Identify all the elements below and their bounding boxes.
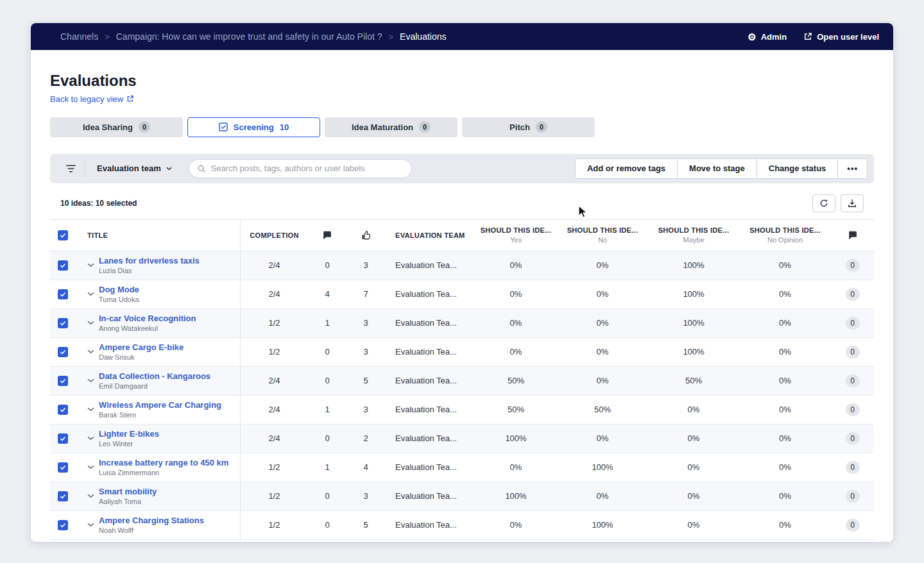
row-checkbox[interactable] <box>58 491 68 501</box>
row-checkbox[interactable] <box>58 260 68 271</box>
refresh-button[interactable] <box>812 194 835 212</box>
idea-title-link[interactable]: Dog Mode <box>99 285 139 294</box>
should-no-cell: 0% <box>557 376 648 385</box>
idea-title-link[interactable]: Ampere Charging Stations <box>99 516 204 525</box>
chevron-down-icon[interactable] <box>87 349 94 354</box>
chevron-down-icon[interactable] <box>87 263 94 267</box>
table-row: Ampere Charging Stations Noah Wolff 1/2 … <box>50 511 874 540</box>
check-icon <box>60 263 66 268</box>
content: Evaluations Back to legacy view Idea Sha… <box>31 72 893 540</box>
column-header-should-no[interactable]: SHOULD THIS IDE... No <box>557 226 648 244</box>
completion-cell: 2/4 <box>241 433 308 443</box>
idea-title-link[interactable]: Increase battery range to 450 km <box>99 458 228 467</box>
should-maybe-cell: 0% <box>648 491 739 501</box>
column-header-completion[interactable]: COMPLETION <box>241 231 308 239</box>
more-actions-button[interactable]: ••• <box>837 158 868 179</box>
table-body: Lanes for driverless taxis Luzia Dias 2/… <box>50 251 874 540</box>
column-header-label: SHOULD THIS IDE... <box>567 226 638 234</box>
idea-title-link[interactable]: Lanes for driverless taxis <box>99 256 200 265</box>
should-no-opinion-cell: 0% <box>739 289 831 299</box>
admin-button[interactable]: ⚙ Admin <box>748 32 787 42</box>
chevron-down-icon[interactable] <box>87 292 94 296</box>
search-input[interactable] <box>211 164 404 173</box>
should-yes-cell: 0% <box>475 462 557 472</box>
breadcrumb-evaluations: Evaluations <box>400 31 446 42</box>
back-to-legacy-link[interactable]: Back to legacy view <box>50 94 134 104</box>
should-no-opinion-cell: 0% <box>739 520 831 530</box>
change-status-button[interactable]: Change status <box>757 158 839 179</box>
should-maybe-cell: 0% <box>648 433 739 443</box>
breadcrumb-channels[interactable]: Channels <box>60 31 98 42</box>
add-or-remove-tags-button[interactable]: Add or remove tags <box>575 158 678 179</box>
column-header-eval-comments[interactable] <box>831 230 874 240</box>
should-no-cell: 0% <box>557 289 648 299</box>
open-user-level-button[interactable]: Open user level <box>803 32 879 42</box>
evaluation-team-cell: Evaluation Tea... <box>385 347 475 357</box>
tab-label: Screening <box>234 122 274 132</box>
comments-count-cell: 0 <box>308 347 346 357</box>
completion-cell: 2/4 <box>241 289 308 299</box>
move-to-stage-button[interactable]: Move to stage <box>677 158 757 179</box>
row-checkbox[interactable] <box>58 405 68 415</box>
comments-count-cell: 0 <box>308 376 346 385</box>
row-checkbox[interactable] <box>58 376 68 386</box>
filter-button[interactable] <box>56 158 85 179</box>
should-no-opinion-cell: 0% <box>739 462 831 472</box>
idea-title-link[interactable]: Smart mobility <box>99 487 157 496</box>
column-header-comments[interactable] <box>308 230 346 240</box>
should-yes-cell: 50% <box>475 376 557 385</box>
check-icon <box>60 494 66 499</box>
completion-cell: 1/2 <box>241 491 308 501</box>
tab-screening[interactable]: Screening 10 <box>187 117 320 137</box>
evaluation-team-cell: Evaluation Tea... <box>385 318 475 328</box>
table-row: Smart mobility Aaliyah Toma 1/2 0 3 Eval… <box>50 482 874 511</box>
row-checkbox[interactable] <box>58 462 68 473</box>
column-header-label: SHOULD THIS IDE... <box>481 226 552 234</box>
check-icon <box>60 321 66 326</box>
row-checkbox[interactable] <box>58 520 68 530</box>
idea-title-link[interactable]: Ampere Cargo E-bike <box>99 342 184 352</box>
breadcrumb-separator: > <box>389 32 394 42</box>
column-header-should-no-opinion[interactable]: SHOULD THIS IDE... No Opinion <box>739 226 831 244</box>
chevron-down-icon[interactable] <box>87 494 94 498</box>
column-header-should-maybe[interactable]: SHOULD THIS IDE... Maybe <box>648 226 739 244</box>
tab-idea-sharing[interactable]: Idea Sharing 0 <box>50 117 183 137</box>
idea-title-link[interactable]: In-car Voice Recognition <box>99 314 196 323</box>
tab-pitch[interactable]: Pitch 0 <box>462 117 595 137</box>
column-header-sublabel: Yes <box>510 236 522 244</box>
breadcrumb-campaign[interactable]: Campaign: How can we improve trust and s… <box>116 31 382 42</box>
topbar-actions: ⚙ Admin Open user level <box>748 32 879 42</box>
tab-idea-maturation[interactable]: Idea Maturation 0 <box>325 117 458 137</box>
chevron-down-icon[interactable] <box>87 407 94 412</box>
column-header-evaluation-team[interactable]: EVALUATION TEAM <box>385 231 475 239</box>
select-all-checkbox[interactable] <box>58 230 68 240</box>
table-row: Lighter E-bikes Leo Winter 2/4 0 2 Evalu… <box>50 424 874 453</box>
chevron-down-icon[interactable] <box>87 465 94 469</box>
should-maybe-cell: 0% <box>648 520 739 530</box>
column-header-likes[interactable] <box>346 230 385 240</box>
column-header-title[interactable]: TITLE <box>76 220 241 251</box>
idea-title-link[interactable]: Wireless Ampere Car Charging <box>99 400 221 410</box>
download-button[interactable] <box>841 194 864 212</box>
row-checkbox[interactable] <box>58 318 68 328</box>
row-checkbox[interactable] <box>58 433 68 444</box>
evaluation-team-dropdown[interactable]: Evaluation team <box>85 164 184 173</box>
should-maybe-cell: 0% <box>648 462 739 472</box>
row-checkbox[interactable] <box>58 289 68 299</box>
eval-comments-badge: 0 <box>846 374 860 387</box>
check-icon <box>60 349 66 355</box>
should-no-cell: 0% <box>557 318 648 328</box>
page-title: Evaluations <box>50 72 874 90</box>
chevron-down-icon[interactable] <box>87 436 94 441</box>
row-checkbox[interactable] <box>58 347 68 357</box>
chevron-down-icon[interactable] <box>87 523 94 527</box>
should-no-opinion-cell: 0% <box>739 318 831 328</box>
idea-title-link[interactable]: Lighter E-bikes <box>99 429 159 439</box>
search-box <box>189 159 412 178</box>
idea-title-link[interactable]: Data Collection - Kangaroos <box>99 371 210 381</box>
idea-author: Luzia Dias <box>99 267 200 274</box>
likes-count-cell: 2 <box>346 433 385 443</box>
chevron-down-icon[interactable] <box>87 378 94 383</box>
column-header-should-yes[interactable]: SHOULD THIS IDE... Yes <box>475 226 557 244</box>
chevron-down-icon[interactable] <box>87 321 94 325</box>
